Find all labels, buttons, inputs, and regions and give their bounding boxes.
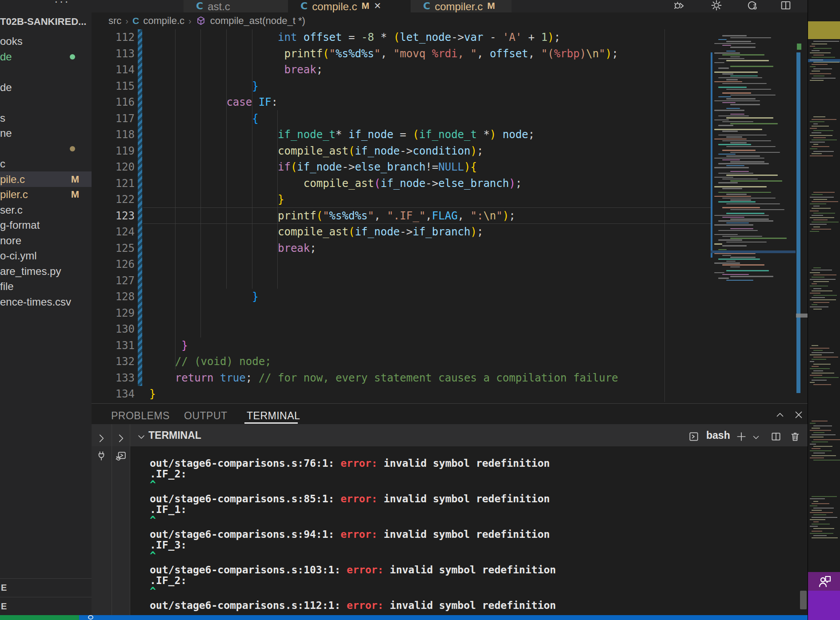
sidebar-item-piler.c[interactable]: piler.cM: [0, 187, 92, 202]
chevron-down-icon[interactable]: [136, 432, 147, 442]
plug-icon[interactable]: [96, 450, 107, 462]
current-line-border-bottom: [143, 223, 711, 224]
code-line-112[interactable]: int offset = -8 * (let_node->var - 'A' +…: [149, 29, 560, 46]
code-line-125[interactable]: break;: [149, 240, 316, 257]
gear-icon[interactable]: [710, 0, 723, 12]
overview-ruler-modified-marks: [796, 52, 800, 393]
sidebar-item-ence-times.csv[interactable]: ence-times.csv: [0, 294, 92, 310]
terminal-error-group: out/stage6-comparisons.s:85:1: error: in…: [150, 493, 790, 525]
code-line-128[interactable]: }: [149, 289, 259, 305]
new-terminal-plus-icon[interactable]: [736, 431, 747, 442]
background-window-text-line: [810, 279, 836, 280]
tab-ast.c[interactable]: Cast.c: [184, 0, 288, 12]
sidebar-item-s[interactable]: s: [0, 110, 92, 126]
tab-terminal[interactable]: TERMINAL: [247, 410, 300, 422]
sidebar-item-hidden[interactable]: [0, 95, 92, 110]
sidebar-item-de[interactable]: de: [0, 79, 92, 95]
tab-compile.c[interactable]: Ccompile.cM✕: [288, 0, 411, 12]
line-number-112: 112: [92, 29, 135, 46]
code-line-123[interactable]: printf("%s%d%s", ".IF_",FLAG, ":\n");: [149, 208, 516, 224]
background-window-text-line: [812, 126, 829, 127]
code-line-132[interactable]: // (void) node;: [149, 354, 272, 370]
sidebar-item-ne[interactable]: ne: [0, 125, 92, 141]
background-window-text-line: [812, 270, 832, 270]
background-window-strip: [808, 0, 840, 620]
code-line-116[interactable]: case IF:: [149, 94, 278, 111]
tab-compiler.c[interactable]: Ccompiler.cM: [411, 0, 512, 12]
sync-icon[interactable]: [746, 0, 758, 12]
code-line-115[interactable]: }: [149, 78, 259, 95]
sidebar-item-pile.c[interactable]: pile.cM: [0, 171, 92, 187]
tab-output[interactable]: OUTPUT: [184, 410, 228, 422]
remote-indicator[interactable]: [0, 615, 79, 620]
background-window-text-line: [810, 519, 825, 520]
code-line-134[interactable]: }: [149, 386, 156, 402]
chevron-up-icon[interactable]: [774, 409, 786, 421]
sidebar-item-are_times.py[interactable]: are_times.py: [0, 263, 92, 279]
minimap[interactable]: [711, 29, 796, 403]
sidebar-item-ooks[interactable]: ooks: [0, 33, 92, 49]
sidebar-item-o-ci.yml[interactable]: o-ci.yml: [0, 248, 92, 263]
explorer-more-actions-icon[interactable]: ···: [54, 0, 70, 4]
close-tab-icon[interactable]: ✕: [374, 0, 381, 11]
background-window-text-line: [813, 213, 835, 214]
sidebar-section-header[interactable]: E: [0, 597, 92, 615]
background-window-text-line: [810, 306, 828, 307]
line-number-128: 128: [92, 289, 135, 305]
sidebar-item-de[interactable]: de: [0, 49, 92, 64]
close-panel-icon[interactable]: [793, 409, 804, 421]
split-terminal-icon[interactable]: [770, 431, 782, 442]
background-window-text-line: [812, 510, 822, 511]
background-window-text-line: [813, 219, 828, 220]
sidebar-item-g-format[interactable]: g-format: [0, 217, 92, 233]
code-line-133[interactable]: return true; // for now, every statement…: [149, 370, 618, 386]
code-line-119[interactable]: compile_ast(if_node->condition);: [149, 143, 483, 159]
background-window-purple-panel: [808, 591, 840, 620]
sidebar-item-hidden[interactable]: [0, 141, 92, 156]
sidebar-section-header[interactable]: E: [0, 578, 92, 596]
debug-console-icon[interactable]: [115, 450, 127, 462]
code-line-113[interactable]: printf("%s%d%s", "movq %rdi, ", offset, …: [149, 46, 618, 62]
chevron-right-icon[interactable]: [96, 433, 107, 444]
background-window-text-line: [812, 194, 823, 195]
sidebar-item-file[interactable]: file: [0, 278, 92, 294]
line-number-116: 116: [92, 94, 135, 111]
sidebar-item-hidden[interactable]: [0, 64, 92, 79]
code-line-124[interactable]: compile_ast(if_node->if_branch);: [149, 224, 483, 240]
split-editor-icon[interactable]: [780, 0, 792, 12]
code-line-118[interactable]: if_node_t* if_node = (if_node_t *) node;: [149, 127, 535, 143]
background-window-text-line: [813, 295, 837, 296]
code-line-122[interactable]: }: [149, 191, 284, 208]
background-window-text-line: [812, 524, 830, 525]
terminal-output[interactable]: out/stage6-comparisons.s:76:1: error: in…: [150, 458, 790, 614]
background-window-text-line: [812, 201, 838, 202]
breadcrumb-file[interactable]: compile.c: [143, 15, 184, 27]
tab-problems[interactable]: PROBLEMS: [111, 410, 170, 422]
background-window-text-line: [810, 444, 816, 445]
code-line-120[interactable]: if(if_node->else_branch!=NULL){: [149, 159, 477, 175]
active-tab-underline: [244, 422, 298, 424]
terminal-scrollbar-thumb[interactable]: [800, 591, 807, 609]
background-window-text-line: [812, 132, 821, 133]
terminal-dropdown-chevron-icon[interactable]: [751, 433, 761, 442]
shell-name-label[interactable]: bash: [706, 429, 730, 441]
background-window-text-line: [810, 457, 824, 458]
code-line-131[interactable]: }: [149, 338, 188, 354]
breadcrumb-symbol[interactable]: compile_ast(node_t *): [210, 15, 305, 27]
code-line-117[interactable]: {: [149, 111, 259, 127]
breadcrumb-src[interactable]: src: [108, 15, 121, 27]
background-window-text-line: [812, 455, 836, 456]
sidebar-item-ser.c[interactable]: ser.c: [0, 202, 92, 218]
line-number-114: 114: [92, 62, 135, 78]
background-window-text-line: [812, 283, 817, 284]
sidebar-item-c[interactable]: c: [0, 156, 92, 171]
kill-terminal-trash-icon[interactable]: [789, 431, 801, 442]
background-window-text-line: [810, 272, 820, 273]
status-bar[interactable]: [79, 615, 808, 620]
editor-scrollbar-thumb[interactable]: [796, 314, 808, 318]
chevron-right-icon[interactable]: [115, 433, 127, 444]
code-line-121[interactable]: compile_ast(if_node->else_branch);: [149, 175, 522, 192]
explorer-folder-header[interactable]: T02B-SANKIRED...: [0, 16, 89, 28]
sidebar-item-nore[interactable]: nore: [0, 233, 92, 248]
debug-run-icon[interactable]: [673, 0, 685, 12]
